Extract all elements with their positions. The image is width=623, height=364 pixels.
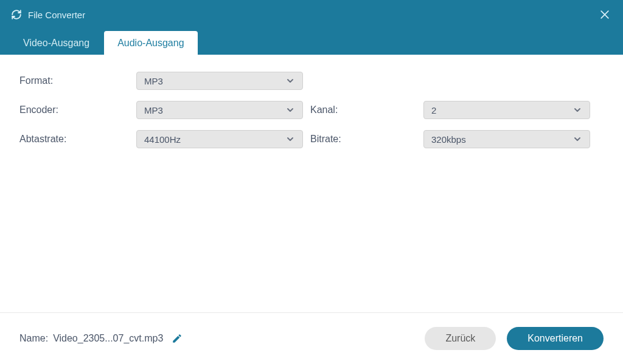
app-title: File Converter [28, 10, 85, 20]
row-format: Format: MP3 [19, 72, 604, 90]
close-icon[interactable] [599, 9, 611, 21]
row-encoder: Encoder: MP3 Kanal: 2 [19, 101, 604, 119]
select-bitrate-value: 320kbps [431, 134, 466, 145]
chevron-down-icon [285, 134, 295, 144]
select-format-value: MP3 [144, 76, 163, 86]
chevron-down-icon [573, 105, 582, 115]
select-format[interactable]: MP3 [136, 72, 303, 90]
label-bitrate: Bitrate: [303, 134, 423, 145]
back-button[interactable]: Zurück [425, 327, 496, 350]
label-encoder: Encoder: [19, 105, 136, 115]
titlebar: File Converter [0, 0, 623, 29]
edit-icon[interactable] [172, 333, 183, 344]
select-encoder-value: MP3 [144, 105, 163, 115]
chevron-down-icon [285, 105, 295, 115]
refresh-icon [11, 9, 22, 20]
select-channel-value: 2 [431, 105, 436, 115]
label-name: Name: [19, 333, 48, 344]
row-samplerate: Abtastrate: 44100Hz Bitrate: 320kbps [19, 130, 604, 148]
chevron-down-icon [573, 134, 582, 144]
tabs: Video-Ausgang Audio-Ausgang [0, 29, 623, 55]
label-format: Format: [19, 75, 136, 86]
select-bitrate[interactable]: 320kbps [423, 130, 590, 148]
settings-panel: Format: MP3 Encoder: MP3 Kanal: 2 Abtast… [0, 55, 623, 148]
select-samplerate[interactable]: 44100Hz [136, 130, 303, 148]
output-name-row: Name: Video_2305...07_cvt.mp3 [19, 333, 425, 344]
tab-video-output[interactable]: Video-Ausgang [10, 31, 103, 55]
select-channel[interactable]: 2 [423, 101, 590, 119]
chevron-down-icon [285, 76, 295, 86]
tab-audio-output[interactable]: Audio-Ausgang [104, 31, 197, 55]
select-samplerate-value: 44100Hz [144, 134, 181, 145]
convert-button[interactable]: Konvertieren [507, 327, 604, 350]
label-samplerate: Abtastrate: [19, 134, 136, 145]
output-filename: Video_2305...07_cvt.mp3 [53, 333, 163, 344]
footer: Name: Video_2305...07_cvt.mp3 Zurück Kon… [0, 312, 623, 364]
label-channel: Kanal: [303, 105, 423, 115]
select-encoder[interactable]: MP3 [136, 101, 303, 119]
